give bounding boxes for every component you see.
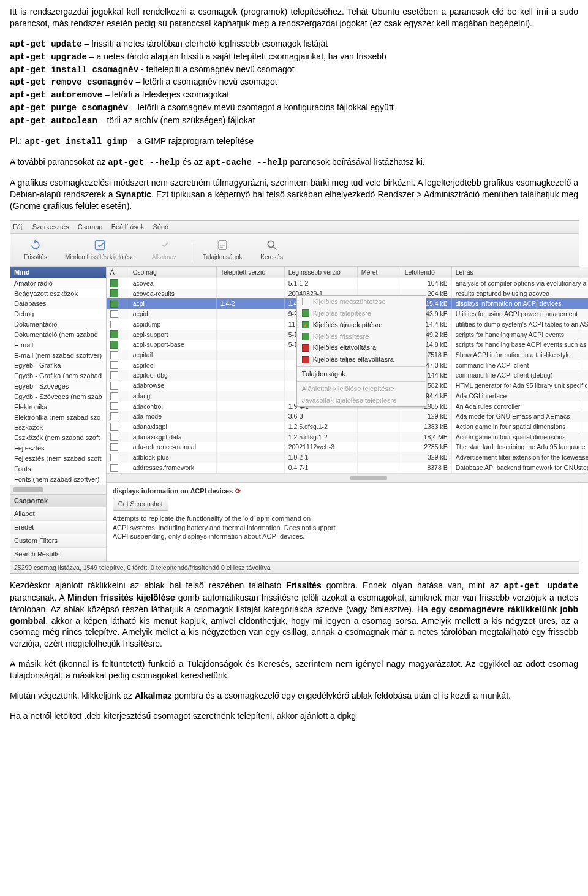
reload-icon[interactable]: ⟳: [235, 487, 241, 496]
category-item[interactable]: Fejlesztés (nem szabad szoft: [10, 454, 106, 464]
category-item[interactable]: Debug: [10, 309, 106, 319]
sidebar-button[interactable]: Csoportok: [10, 495, 106, 508]
category-item[interactable]: Elektronika (nem szabad szo: [10, 412, 106, 423]
detail-pane: displays information on ACPI devices⟳ Ge…: [107, 482, 588, 545]
svg-rect-0: [95, 241, 104, 250]
apt-command-list: apt-get update – frissíti a netes tároló…: [10, 38, 578, 127]
category-item[interactable]: Fejlesztés: [10, 443, 106, 454]
status-box-icon: [110, 351, 118, 359]
status-box-icon: [110, 382, 118, 390]
status-box-icon: [110, 371, 118, 379]
menu-item[interactable]: Szerkesztés: [32, 223, 69, 230]
menu-item[interactable]: Súgó: [153, 223, 168, 230]
status-box-icon: [110, 402, 118, 410]
example-paragraph: Pl.: apt-get install gimp – a GIMP rajzp…: [10, 135, 578, 148]
context-menu-item[interactable]: Kijelölés teljes eltávolításra: [297, 354, 426, 365]
category-item[interactable]: Egyéb - Grafika: [10, 360, 106, 371]
synaptic-intro: A grafikus csomagkezelési módszert nem s…: [10, 177, 578, 212]
category-item[interactable]: E-mail: [10, 340, 106, 351]
table-row[interactable]: ada-reference-manual20021112web-32735 kB…: [107, 442, 588, 452]
synaptic-window: FájlSzerkesztésCsomagBeállításokSúgó Fri…: [10, 220, 579, 573]
menu-item[interactable]: Beállítások: [111, 223, 145, 230]
detail-title: displays information on ACPI devices⟳: [113, 487, 588, 496]
refresh-icon: [28, 238, 43, 252]
context-menu-item: Kijelölés megszüntetése: [297, 296, 426, 308]
table-row[interactable]: adblock-plus1.0.2-1329 kBAdvertisement f…: [107, 452, 588, 463]
col-latest-ver[interactable]: Legfrissebb verzió: [285, 267, 358, 278]
category-item[interactable]: Beágyazott eszközök: [10, 289, 106, 299]
table-row[interactable]: ada-mode3.6-3129 kBAda mode for GNU Emac…: [107, 411, 588, 422]
search-icon: [264, 238, 280, 252]
category-list[interactable]: Amatőr rádióBeágyazott eszközökDatabases…: [10, 278, 106, 485]
context-menu-item: Ajánlottak kijelölése telepítésre: [297, 383, 426, 395]
sidebar-button[interactable]: Custom Filters: [10, 534, 106, 548]
col-size[interactable]: Méret: [358, 267, 401, 278]
context-menu-item: Kijelölés frissítésre: [297, 331, 426, 343]
status-box-icon: [110, 443, 118, 451]
sidebar-button[interactable]: Állapot: [10, 507, 106, 521]
col-a[interactable]: Á: [107, 267, 129, 278]
intro-paragraph: Itt is rendszergazdai jogokkal kell rend…: [10, 6, 578, 29]
mark-all-button[interactable]: Minden frissítés kijelölése: [61, 237, 139, 264]
status-box-icon: [110, 279, 118, 287]
status-box-icon: [110, 330, 118, 338]
category-item[interactable]: Elektronika: [10, 402, 106, 412]
apply-icon: [156, 238, 172, 252]
category-item[interactable]: Eszközök: [10, 422, 106, 433]
search-button[interactable]: Keresés: [251, 237, 293, 264]
category-item[interactable]: Eszközök (nem szabad szoft: [10, 433, 106, 443]
main-h-scroll[interactable]: [107, 473, 588, 482]
category-item[interactable]: Dokumentáció (nem szabad: [10, 330, 106, 340]
table-row[interactable]: acovea5.1.1-2104 kBanalysis of compiler …: [107, 278, 588, 289]
usage-paragraph-2: A másik két (ikonnal is feltüntetett) fu…: [10, 658, 578, 681]
status-box-icon: [110, 464, 118, 472]
status-box-icon: [110, 300, 118, 308]
category-item[interactable]: Dokumentáció: [10, 319, 106, 330]
sidebar-button[interactable]: Eredet: [10, 521, 106, 534]
category-item[interactable]: Egyéb - Szöveges (nem szab: [10, 392, 106, 402]
get-screenshot-button[interactable]: Get Screenshot: [113, 498, 168, 510]
status-bar: 25299 csomag listázva, 1549 telepítve, 0…: [10, 561, 579, 573]
usage-paragraph-4: Ha a netről letöltött .deb kiterjesztésű…: [10, 710, 578, 722]
table-row[interactable]: adanaxisgpl-data1.2.5.dfsg.1-218,4 MBAct…: [107, 432, 588, 442]
context-menu[interactable]: Kijelölés megszüntetéseKijelölés telepít…: [296, 295, 426, 407]
sidebar-button[interactable]: Search Results: [10, 548, 106, 561]
section-header[interactable]: Mind: [10, 267, 106, 278]
status-box-icon: [110, 412, 118, 420]
context-menu-item: Javasoltak kijelölése telepítésre: [297, 395, 426, 406]
main-panel: Á Csomag Telepített verzió Legfrissebb v…: [107, 267, 588, 561]
context-menu-item[interactable]: Kijelölés újratelepítésre: [297, 319, 426, 331]
col-package[interactable]: Csomag: [129, 267, 217, 278]
menu-bar[interactable]: FájlSzerkesztésCsomagBeállításokSúgó: [10, 221, 579, 234]
properties-button[interactable]: Tulajdonságok: [198, 237, 247, 264]
sidebar-h-scroll[interactable]: [10, 485, 106, 494]
status-box-icon: [110, 289, 118, 297]
menu-item[interactable]: Csomag: [78, 223, 103, 230]
package-table-header[interactable]: Á Csomag Telepített verzió Legfrissebb v…: [107, 267, 588, 278]
svg-point-5: [268, 241, 274, 248]
table-row[interactable]: addresses.framework0.4.7-18378 BDatabase…: [107, 463, 588, 473]
status-box-icon: [110, 321, 118, 328]
col-download[interactable]: Letöltendő: [401, 267, 452, 278]
table-row[interactable]: adanaxisgpl1.2.5.dfsg.1-21383 kBAction g…: [107, 422, 588, 432]
further-commands: A további parancsokat az apt-get --help …: [10, 156, 578, 169]
category-item[interactable]: Amatőr rádió: [10, 278, 106, 289]
col-installed-ver[interactable]: Telepített verzió: [217, 267, 285, 278]
context-menu-item[interactable]: Kijelölés eltávolításra: [297, 342, 426, 354]
menu-item[interactable]: Fájl: [13, 223, 24, 230]
toolbar: FrissítésMinden frissítés kijelöléseAlka…: [10, 234, 579, 267]
col-description[interactable]: Leírás: [452, 267, 588, 278]
sidebar: Mind Amatőr rádióBeágyazott eszközökData…: [10, 267, 107, 561]
category-item[interactable]: Fonts: [10, 464, 106, 474]
status-box-icon: [110, 341, 118, 349]
status-box-icon: [110, 433, 118, 441]
context-menu-item: Kijelölés telepítésre: [297, 308, 426, 319]
category-item[interactable]: E-mail (nem szabad szoftver): [10, 351, 106, 361]
status-box-icon: [110, 361, 118, 369]
context-menu-item[interactable]: Tulajdonságok: [297, 368, 426, 380]
refresh-button[interactable]: Frissítés: [14, 237, 57, 264]
category-item[interactable]: Egyéb - Szöveges: [10, 381, 106, 392]
category-item[interactable]: Fonts (nem szabad szoftver): [10, 474, 106, 485]
category-item[interactable]: Databases: [10, 298, 106, 309]
category-item[interactable]: Egyéb - Grafika (nem szabad: [10, 371, 106, 381]
